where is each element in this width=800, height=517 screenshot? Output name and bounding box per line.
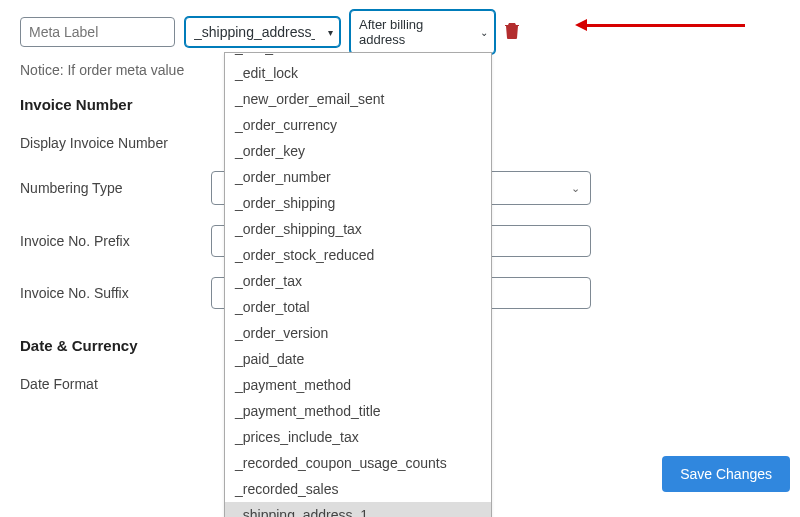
dropdown-option[interactable]: _prices_include_tax [225,424,491,450]
dropdown-option[interactable]: _recorded_sales [225,476,491,502]
dropdown-option[interactable]: _recorded_coupon_usage_counts [225,450,491,476]
dropdown-option[interactable]: _order_shipping [225,190,491,216]
label-numbering-type: Numbering Type [20,180,195,196]
position-select-value: After billing address [359,17,423,47]
dropdown-option[interactable]: _order_version [225,320,491,346]
dropdown-option[interactable]: _order_tax [225,268,491,294]
meta-key-select-value: _shipping_address_1 [194,24,315,40]
label-invoice-suffix: Invoice No. Suffix [20,285,195,301]
save-button[interactable]: Save Changes [662,456,790,492]
dropdown-option[interactable]: _order_total [225,294,491,320]
chevron-down-icon: ⌄ [480,27,488,38]
label-invoice-prefix: Invoice No. Prefix [20,233,195,249]
chevron-down-icon: ▾ [328,27,333,38]
dropdown-option[interactable]: _order_stock_reduced [225,242,491,268]
dropdown-option[interactable]: _payment_method_title [225,398,491,424]
dropdown-option[interactable]: _edit_lock [225,60,491,86]
dropdown-option[interactable]: _order_number [225,164,491,190]
dropdown-option[interactable]: _order_shipping_tax [225,216,491,242]
dropdown-option[interactable]: _edit_last [225,53,491,60]
meta-key-select[interactable]: _shipping_address_1 ▾ [185,17,340,47]
arrow-annotation [585,24,745,27]
meta-label-input[interactable] [20,17,175,47]
position-select[interactable]: After billing address ⌄ [350,10,495,54]
dropdown-option[interactable]: _new_order_email_sent [225,86,491,112]
chevron-down-icon: ⌄ [571,182,580,195]
dropdown-option[interactable]: _order_currency [225,112,491,138]
dropdown-option[interactable]: _paid_date [225,346,491,372]
dropdown-option[interactable]: _shipping_address_1 [225,502,491,517]
dropdown-option[interactable]: _payment_method [225,372,491,398]
dropdown-scroll[interactable]: _edit_last_edit_lock_new_order_email_sen… [225,53,491,517]
label-date-format: Date Format [20,376,195,392]
dropdown-option[interactable]: _order_key [225,138,491,164]
trash-icon[interactable] [505,23,519,42]
meta-row: _shipping_address_1 ▾ After billing addr… [20,10,660,54]
label-display-invoice-number: Display Invoice Number [20,135,195,151]
page-container: _shipping_address_1 ▾ After billing addr… [20,10,800,510]
meta-key-dropdown: _edit_last_edit_lock_new_order_email_sen… [224,52,492,517]
